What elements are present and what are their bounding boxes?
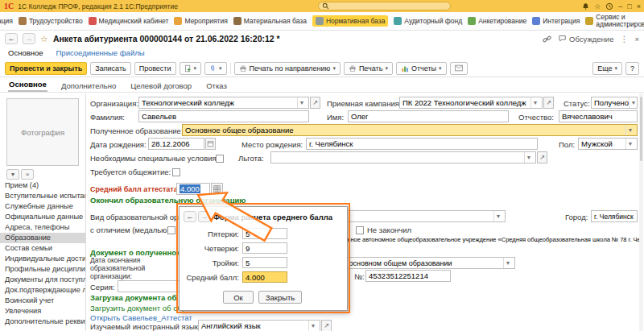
close-form-icon[interactable]: × (634, 35, 639, 43)
attachments-button[interactable]: ▾ (204, 62, 227, 75)
global-search-input[interactable] (318, 2, 451, 10)
foreign-language-field[interactable]: Английский язык▼ (198, 320, 320, 331)
ribbon-item-material-base[interactable]: Материальная база (233, 17, 307, 25)
dropdown-icon[interactable]: ▼ (308, 321, 317, 331)
ribbon-item-events[interactable]: Мероприятия (174, 17, 227, 25)
ribbon-item-service-admin[interactable]: Сервис и администрирование (585, 14, 644, 28)
dormitory-checkbox[interactable] (172, 168, 180, 176)
dropdown-icon[interactable]: ▼ (297, 97, 306, 108)
maximize-icon[interactable]: □ (627, 2, 631, 10)
more-menu-icon[interactable]: ⋮ (620, 35, 628, 43)
tab-target-contract[interactable]: Целевой договор (130, 81, 192, 92)
birthdate-field[interactable]: 28.12.2006 (148, 138, 204, 150)
dialog-avg-field[interactable]: 4.000 (242, 271, 287, 283)
sidebar-item-military[interactable]: Воинский учет (0, 296, 85, 306)
medal-checkbox[interactable] (167, 226, 175, 234)
forward-button[interactable]: → (23, 33, 35, 44)
photo-placeholder[interactable]: Фотография (6, 98, 79, 166)
link-attached-files[interactable]: Присоединенные файлы (56, 48, 145, 57)
middlename-field[interactable]: Вячеславович (559, 110, 638, 122)
status-field[interactable]: Получено▼ (591, 97, 638, 109)
sidebar-item-education[interactable]: Образование (0, 233, 85, 243)
print-by-direction-button[interactable]: Печать по направлению▾ (234, 62, 341, 75)
print-button[interactable]: Печать▾ (344, 62, 393, 75)
benefit-open-button[interactable]: ↗ (537, 151, 547, 163)
link-main[interactable]: Основное (8, 48, 43, 57)
sidebar-item-addresses[interactable]: Адреса, телефоны (0, 222, 85, 233)
scrollbar-thumb[interactable] (640, 97, 642, 161)
photo-clear-button[interactable]: × (21, 169, 34, 180)
sidebar-item-achievements[interactable]: Индивидуальные достижения (0, 254, 85, 264)
birthplace-field[interactable]: г. Челябинск (306, 138, 538, 150)
dropdown-icon[interactable]: ▼ (524, 152, 533, 163)
ribbon-item-medical[interactable]: Медицинский кабинет (89, 17, 169, 25)
sidebar-item-admission-docs[interactable]: Документы для поступления (0, 275, 85, 285)
campaign-field[interactable]: ПК 2022 Технологический колледж▼ (399, 97, 543, 109)
sidebar-item-profile-subjects[interactable]: Профильные дисциплины (0, 264, 85, 275)
help-button[interactable]: ? (625, 62, 639, 75)
doc-number-field[interactable]: 45323512251214 (365, 270, 451, 282)
foreign-language-open-button[interactable]: ↗ (321, 320, 332, 331)
city-field[interactable]: г. Челябинск (591, 210, 638, 222)
ribbon-item-survey[interactable]: Анкетирование (468, 17, 526, 25)
ribbon-item-employment[interactable]: Трудоустройство (19, 17, 83, 25)
calculator-grid-icon[interactable] (211, 183, 223, 195)
notifications-bell-icon[interactable] (582, 2, 589, 10)
calendar-icon[interactable] (205, 138, 216, 150)
dropdown-icon[interactable]: ▼ (493, 211, 502, 221)
history-clock-icon[interactable] (605, 2, 613, 10)
sidebar-item-service-data[interactable]: Служебные данные (0, 201, 85, 212)
avg-score-field[interactable]: 4.000 (176, 183, 210, 195)
favorite-toggle-star-icon[interactable]: ☆ (40, 34, 48, 44)
fours-field[interactable]: 9 (242, 242, 287, 254)
school-name-field[interactable]: Муниципальное автономное общеобразовател… (316, 236, 640, 243)
discussion-button[interactable]: Обсуждение (569, 35, 613, 43)
dialog-forward-button[interactable]: → (198, 211, 211, 222)
photo-menu-button[interactable]: ▾ (6, 169, 19, 180)
sidebar-item-family[interactable]: Состав семьи (0, 243, 85, 254)
ribbon-item-integration[interactable]: Интеграция (532, 17, 580, 25)
dialog-close-button[interactable]: Закрыть (258, 291, 302, 304)
post-button[interactable]: Провести (134, 62, 176, 75)
org-field[interactable]: Технологический колледж▼ (138, 97, 309, 109)
get-link-icon[interactable] (543, 35, 551, 43)
dropdown-icon[interactable]: ▼ (625, 125, 634, 135)
dropdown-icon[interactable]: ▼ (530, 97, 539, 108)
post-close-button[interactable]: Провести и закрыть (5, 62, 87, 75)
sidebar-item-priem[interactable]: Прием (4) (0, 180, 85, 191)
write-button[interactable]: Записать (90, 62, 130, 75)
ribbon-item-normative-base[interactable]: Нормативная база (312, 15, 388, 27)
firstname-field[interactable]: Олег (348, 110, 509, 122)
tab-refusal[interactable]: Отказ (205, 81, 228, 92)
reports-button[interactable]: Отчеты▾ (396, 62, 447, 75)
dropdown-icon[interactable]: ▼ (629, 97, 638, 108)
tab-main[interactable]: Основное (8, 80, 47, 92)
minimize-icon[interactable]: – (618, 2, 622, 10)
sidebar-item-additional-attrs[interactable]: Дополнительные реквизиты (0, 317, 85, 327)
dropdown-icon[interactable]: ▼ (503, 258, 512, 268)
fives-field[interactable]: 5 (242, 228, 287, 239)
gender-field[interactable]: Мужской▼ (578, 138, 638, 150)
org-open-button[interactable]: ↗ (310, 97, 320, 109)
sidebar-item-official-data[interactable]: Официальные данные (0, 212, 85, 222)
close-icon[interactable]: × (637, 2, 641, 10)
ribbon-item-attestation[interactable]: Аттестация (0, 17, 13, 25)
tab-additional[interactable]: Дополнительно (60, 81, 117, 92)
ribbon-item-auditorium[interactable]: Аудиторный фонд (394, 17, 462, 25)
favorites-star-icon[interactable]: ☆ (594, 2, 601, 10)
sidebar-item-benefit-docs[interactable]: Док.подтверждающие льготу (0, 285, 85, 296)
send-button[interactable] (450, 62, 468, 75)
dialog-ok-button[interactable]: Ок (223, 291, 254, 304)
benefit-field[interactable]: ▼ (270, 151, 536, 163)
dialog-back-button[interactable]: ← (184, 211, 196, 222)
open-attached-file-link[interactable]: Открыть Савельев_Аттестат (90, 313, 192, 322)
back-button[interactable]: ← (5, 33, 18, 44)
sidebar-item-hobbies[interactable]: Увлечения (0, 306, 85, 317)
education-level-field[interactable]: Основное общее образование▼ (182, 124, 638, 136)
dropdown-icon[interactable]: ▼ (625, 139, 634, 149)
create-based-on-button[interactable]: ▾ (180, 62, 202, 75)
lastname-field[interactable]: Савельев (138, 110, 309, 122)
more-button[interactable]: Еще▾ (592, 62, 622, 75)
threes-field[interactable]: 5 (242, 257, 287, 268)
not-finished-checkbox[interactable] (356, 226, 364, 234)
